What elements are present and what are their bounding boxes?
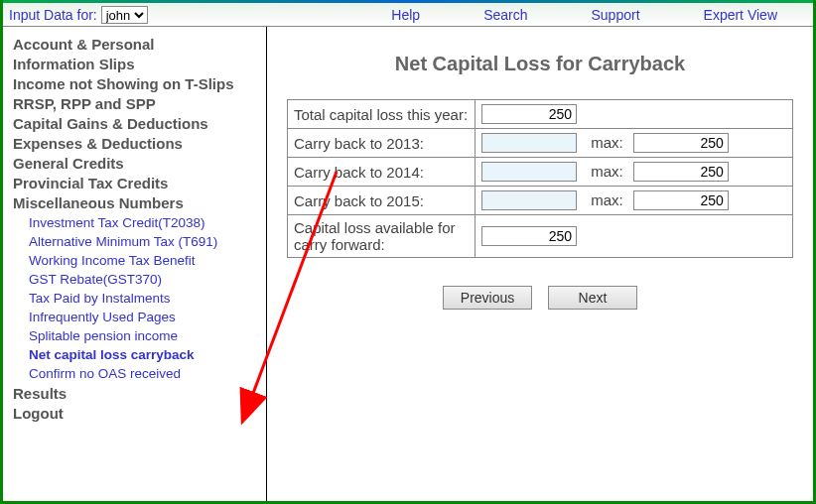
carryback-2014-label: Carry back to 2014:	[288, 158, 476, 187]
sidebar-item-income-not-showing[interactable]: Income not Showing on T-Slips	[13, 75, 262, 92]
previous-button[interactable]: Previous	[443, 286, 532, 310]
sidebar-sub-infrequent-pages[interactable]: Infrequently Used Pages	[29, 310, 262, 324]
carryback-2015-label: Carry back to 2015:	[288, 187, 476, 215]
sidebar-item-results[interactable]: Results	[13, 385, 262, 402]
input-data-for-label: Input Data for:	[9, 7, 97, 23]
topbar: Input Data for: john Help Search Support…	[3, 3, 813, 27]
sidebar-sub-alt-min-tax[interactable]: Alternative Minimum Tax (T691)	[29, 234, 262, 249]
sidebar-sub-investment-tax-credit[interactable]: Investment Tax Credit(T2038)	[29, 215, 262, 230]
row-carryback-2013: Carry back to 2013: max:	[288, 129, 793, 158]
carryback-2013-label: Carry back to 2013:	[288, 129, 476, 158]
sidebar-item-expenses-deductions[interactable]: Expenses & Deductions	[13, 135, 262, 152]
available-value-input	[481, 226, 577, 246]
row-carryback-2014: Carry back to 2014: max:	[288, 158, 793, 187]
sidebar: Account & Personal Information Slips Inc…	[3, 27, 267, 501]
carryback-2014-input[interactable]	[481, 162, 577, 182]
search-link[interactable]: Search	[483, 7, 527, 23]
sidebar-sub-net-capital-loss-carryback[interactable]: Net capital loss carryback	[29, 347, 262, 362]
row-total: Total capital loss this year:	[288, 100, 793, 129]
carryback-2013-max	[633, 133, 729, 153]
sidebar-item-logout[interactable]: Logout	[13, 405, 262, 422]
nav-buttons: Previous Next	[287, 286, 793, 310]
sidebar-item-misc-numbers[interactable]: Miscellaneous Numbers	[13, 194, 262, 211]
next-button[interactable]: Next	[548, 286, 637, 310]
carryback-2015-max	[633, 190, 729, 210]
carryback-2014-max	[633, 162, 729, 182]
sidebar-sub-tax-instalments[interactable]: Tax Paid by Instalments	[29, 291, 262, 306]
sidebar-item-provincial-credits[interactable]: Provincial Tax Credits	[13, 175, 262, 191]
help-link[interactable]: Help	[391, 7, 420, 23]
max-label-2013: max:	[591, 134, 623, 151]
sidebar-sub-gst-rebate[interactable]: GST Rebate(GST370)	[29, 272, 262, 287]
carryback-2013-input[interactable]	[481, 133, 577, 153]
carryback-table: Total capital loss this year: Carry back…	[287, 99, 793, 258]
sidebar-sub-confirm-no-oas[interactable]: Confirm no OAS received	[29, 366, 262, 381]
sidebar-item-information-slips[interactable]: Information Slips	[13, 56, 262, 72]
total-label: Total capital loss this year:	[288, 100, 476, 129]
layout: Account & Personal Information Slips Inc…	[3, 27, 813, 501]
total-value-input	[481, 104, 577, 124]
sidebar-item-rrsp-rpp-spp[interactable]: RRSP, RPP and SPP	[13, 95, 262, 112]
row-carryback-2015: Carry back to 2015: max:	[288, 187, 793, 215]
expert-view-link[interactable]: Expert View	[704, 7, 777, 23]
sidebar-item-account-personal[interactable]: Account & Personal	[13, 36, 262, 53]
app-frame: Input Data for: john Help Search Support…	[0, 0, 816, 504]
sidebar-item-capital-gains[interactable]: Capital Gains & Deductions	[13, 115, 262, 132]
content: Net Capital Loss for Carryback Total cap…	[267, 27, 813, 501]
sidebar-item-general-credits[interactable]: General Credits	[13, 155, 262, 172]
max-label-2014: max:	[591, 163, 623, 180]
max-label-2015: max:	[591, 191, 623, 208]
page-title: Net Capital Loss for Carryback	[287, 53, 793, 75]
user-select[interactable]: john	[101, 6, 148, 24]
available-label: Capital loss available for carry forward…	[288, 215, 476, 258]
row-available: Capital loss available for carry forward…	[288, 215, 793, 258]
support-link[interactable]: Support	[592, 7, 640, 23]
sidebar-sub-working-income-tax[interactable]: Working Income Tax Benefit	[29, 253, 262, 268]
carryback-2015-input[interactable]	[481, 190, 577, 210]
sidebar-sub-splitable-pension[interactable]: Splitable pension income	[29, 328, 262, 343]
